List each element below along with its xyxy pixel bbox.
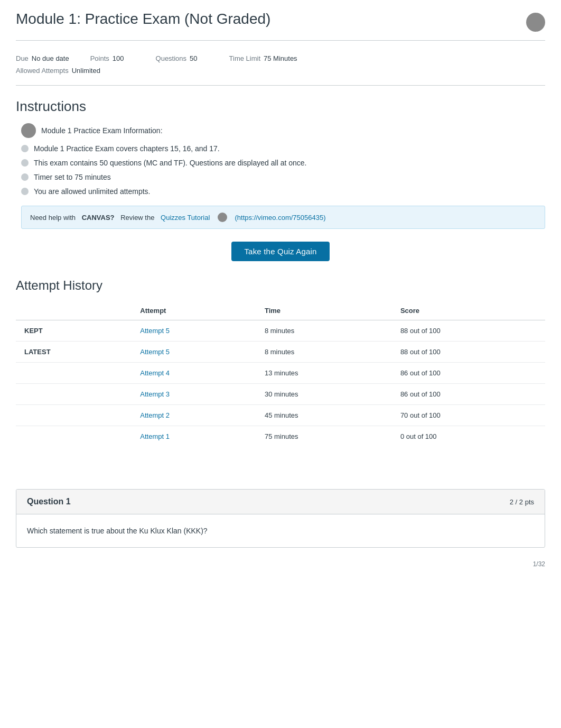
- row-score: 70 out of 100: [392, 405, 545, 426]
- instructions-block: Module 1 Practice Exam Information: Modu…: [16, 123, 545, 229]
- table-row: LATEST Attempt 5 8 minutes 88 out of 100: [16, 342, 545, 363]
- question-header: Question 1 2 / 2 pts: [16, 490, 545, 514]
- bullet-icon: [21, 188, 29, 195]
- bullet-icon: [21, 173, 29, 181]
- help-text-canvas: CANVAS?: [82, 214, 115, 222]
- time-limit-label: Time Limit: [229, 54, 260, 62]
- table-row: Attempt 1 75 minutes 0 out of 100: [16, 426, 545, 447]
- row-label: [16, 405, 132, 426]
- row-score: 86 out of 100: [392, 363, 545, 384]
- col-header-time: Time: [256, 301, 392, 320]
- table-row: Attempt 3 30 minutes 86 out of 100: [16, 384, 545, 405]
- help-text-1: Need help with: [30, 214, 76, 222]
- attempt-history-table: Attempt Time Score KEPT Attempt 5 8 minu…: [16, 301, 545, 447]
- row-attempt[interactable]: Attempt 4: [132, 363, 256, 384]
- questions-label: Questions: [156, 54, 187, 62]
- row-time: 30 minutes: [256, 384, 392, 405]
- help-text-3: Review the: [120, 214, 154, 222]
- vimeo-link[interactable]: (https://vimeo.com/75056435): [235, 214, 326, 222]
- points-label: Points: [90, 54, 109, 62]
- page-number: 1/32: [16, 556, 545, 572]
- bullet-icon: [21, 145, 29, 152]
- col-header-label: [16, 301, 132, 320]
- help-bar: Need help with CANVAS? Review the Quizze…: [21, 206, 545, 229]
- row-label: KEPT: [16, 320, 132, 342]
- instructions-heading: Module 1 Practice Exam Information:: [41, 126, 163, 135]
- row-score: 88 out of 100: [392, 320, 545, 342]
- question-text: Which statement is true about the Ku Klu…: [27, 527, 208, 535]
- row-label: [16, 363, 132, 384]
- col-header-score: Score: [392, 301, 545, 320]
- row-score: 0 out of 100: [392, 426, 545, 447]
- instructions-list: Module 1 Practice Exam covers chapters 1…: [21, 143, 545, 197]
- row-attempt[interactable]: Attempt 1: [132, 426, 256, 447]
- meta-info: Due No due date Points 100 Questions 50 …: [16, 49, 545, 86]
- allowed-attempts-label: Allowed Attempts: [16, 67, 69, 75]
- row-time: 8 minutes: [256, 342, 392, 363]
- attempt-history-title: Attempt History: [16, 278, 545, 293]
- question-number: Question 1: [27, 497, 71, 506]
- due-value: No due date: [32, 54, 69, 62]
- row-score: 88 out of 100: [392, 342, 545, 363]
- list-item: This exam contains 50 questions (MC and …: [21, 158, 545, 169]
- row-label: LATEST: [16, 342, 132, 363]
- row-attempt[interactable]: Attempt 2: [132, 405, 256, 426]
- row-attempt[interactable]: Attempt 5: [132, 342, 256, 363]
- row-attempt[interactable]: Attempt 3: [132, 384, 256, 405]
- time-limit-value: 75 Minutes: [264, 54, 297, 62]
- table-row: Attempt 4 13 minutes 86 out of 100: [16, 363, 545, 384]
- instructions-icon: [21, 123, 36, 138]
- row-time: 13 minutes: [256, 363, 392, 384]
- due-label: Due: [16, 54, 29, 62]
- help-icon: [218, 213, 227, 222]
- row-label: [16, 384, 132, 405]
- quizzes-tutorial-link[interactable]: Quizzes Tutorial: [161, 214, 210, 222]
- points-value: 100: [113, 54, 124, 62]
- list-item: Timer set to 75 minutes: [21, 172, 545, 183]
- question-body: Which statement is true about the Ku Klu…: [16, 514, 545, 547]
- allowed-attempts-value: Unlimited: [72, 67, 100, 75]
- take-quiz-button[interactable]: Take the Quiz Again: [231, 242, 329, 261]
- row-time: 8 minutes: [256, 320, 392, 342]
- col-header-attempt: Attempt: [132, 301, 256, 320]
- row-time: 75 minutes: [256, 426, 392, 447]
- list-item: Module 1 Practice Exam covers chapters 1…: [21, 143, 545, 154]
- row-score: 86 out of 100: [392, 384, 545, 405]
- table-row: Attempt 2 45 minutes 70 out of 100: [16, 405, 545, 426]
- instructions-title: Instructions: [16, 98, 545, 115]
- avatar: [526, 13, 545, 32]
- question-points: 2 / 2 pts: [510, 498, 534, 506]
- take-quiz-container: Take the Quiz Again: [16, 242, 545, 261]
- bullet-icon: [21, 159, 29, 167]
- table-row: KEPT Attempt 5 8 minutes 88 out of 100: [16, 320, 545, 342]
- page-title: Module 1: Practice Exam (Not Graded): [16, 11, 270, 27]
- questions-value: 50: [190, 54, 197, 62]
- row-time: 45 minutes: [256, 405, 392, 426]
- row-label: [16, 426, 132, 447]
- list-item: You are allowed unlimited attempts.: [21, 186, 545, 197]
- question-section: Question 1 2 / 2 pts Which statement is …: [16, 489, 545, 548]
- row-attempt[interactable]: Attempt 5: [132, 320, 256, 342]
